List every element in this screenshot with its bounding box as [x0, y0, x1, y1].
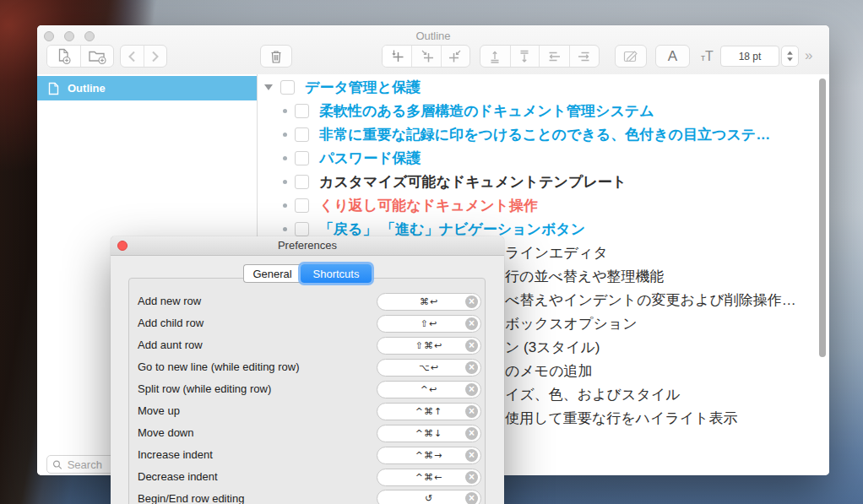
- clear-shortcut-button[interactable]: [465, 427, 478, 440]
- shortcut-field[interactable]: ⇧↩: [377, 315, 481, 333]
- bullet-icon: [283, 133, 287, 137]
- clear-shortcut-button[interactable]: [465, 471, 478, 484]
- forward-button[interactable]: [144, 46, 166, 67]
- outline-row[interactable]: カスタマイズ可能なドキュメントテンプレート: [283, 171, 627, 192]
- outline-row[interactable]: 行の並べ替えや整理機能: [505, 265, 665, 287]
- shortcut-label: Move down: [138, 426, 193, 439]
- outline-row[interactable]: データ管理と保護: [264, 76, 421, 98]
- outline-row-text[interactable]: ラインエディタ: [505, 243, 608, 263]
- shortcut-keys: ⇧↩: [421, 318, 437, 329]
- sidebar-item-outline[interactable]: Outline: [37, 76, 257, 100]
- font-size-value: 18 pt: [739, 51, 762, 62]
- back-button[interactable]: [121, 46, 144, 67]
- disclosure-triangle-icon[interactable]: [264, 84, 273, 90]
- outline-row[interactable]: 柔軟性のある多層構造のドキュメント管理システム: [283, 100, 654, 122]
- shortcut-label: Add child row: [138, 317, 204, 329]
- scrollbar-thumb[interactable]: [819, 79, 826, 357]
- bullet-icon: [283, 203, 287, 208]
- text-size-icon: тT: [701, 49, 714, 64]
- outline-row-text[interactable]: べ替えやインデントの変更および削除操作…: [505, 290, 796, 310]
- add-row-segmented-control: [382, 45, 470, 68]
- font-panel-button[interactable]: A: [655, 45, 690, 68]
- outline-row[interactable]: べ替えやインデントの変更および削除操作…: [505, 289, 796, 311]
- add-child-row-button[interactable]: [411, 46, 440, 67]
- clear-shortcut-button[interactable]: [465, 492, 478, 504]
- outline-row[interactable]: 非常に重要な記録に印をつけることのできる、色付きの目立つステ…: [283, 123, 770, 145]
- note-editor-button[interactable]: [615, 45, 647, 68]
- outdent-icon: [546, 49, 562, 64]
- shortcut-keys: ^↩: [421, 384, 437, 395]
- row-checkbox[interactable]: [295, 151, 309, 165]
- decrease-indent-button[interactable]: [539, 46, 569, 67]
- edit-note-icon: [622, 49, 639, 64]
- main-window-titlebar: Outline: [37, 25, 829, 75]
- new-folder-button[interactable]: [80, 46, 113, 67]
- outline-row-text[interactable]: ボックスオプション: [505, 314, 638, 333]
- tab-general[interactable]: General: [243, 264, 301, 283]
- add-child-row-icon: [419, 48, 435, 64]
- outline-row-text[interactable]: カスタマイズ可能なドキュメントテンプレート: [319, 172, 627, 192]
- add-aunt-row-button[interactable]: [441, 46, 469, 67]
- row-checkbox[interactable]: [295, 198, 309, 213]
- shortcut-label: Add aunt row: [138, 339, 203, 351]
- outline-row-text[interactable]: のメモの追加: [505, 361, 593, 381]
- shortcut-field[interactable]: ^⌘↑: [377, 403, 481, 420]
- move-up-button[interactable]: [480, 46, 510, 67]
- shortcut-field[interactable]: ^⌘→: [377, 447, 481, 464]
- outline-row[interactable]: ボックスオプション: [505, 312, 638, 334]
- outline-row-text[interactable]: パスワード保護: [319, 149, 421, 168]
- outline-row-text[interactable]: 非常に重要な記録に印をつけることのできる、色付きの目立つステ…: [319, 125, 770, 144]
- shortcut-field[interactable]: ⌥↩: [377, 359, 481, 377]
- toolbar-overflow-button[interactable]: »: [805, 47, 811, 64]
- row-checkbox[interactable]: [295, 175, 309, 189]
- clear-shortcut-button[interactable]: [465, 317, 478, 330]
- arrange-segmented-control: [480, 45, 600, 68]
- shortcut-field[interactable]: ⇧⌘↩: [377, 337, 481, 355]
- delete-button[interactable]: [260, 45, 292, 68]
- outline-row[interactable]: のメモの追加: [505, 360, 593, 382]
- outline-row[interactable]: ラインエディタ: [505, 241, 608, 263]
- outline-row[interactable]: 使用して重要な行をハイライト表示: [505, 407, 738, 429]
- shortcut-field[interactable]: ⌘↩: [377, 293, 481, 311]
- outline-row[interactable]: イズ、色、およびスタイル: [505, 383, 681, 405]
- row-checkbox[interactable]: [295, 104, 309, 118]
- row-checkbox[interactable]: [295, 127, 309, 142]
- outline-row-text[interactable]: 柔軟性のある多層構造のドキュメント管理システム: [319, 101, 654, 121]
- outline-row[interactable]: くり返し可能なドキュメント操作: [283, 194, 538, 216]
- outline-row-text[interactable]: データ管理と保護: [305, 78, 421, 97]
- row-checkbox[interactable]: [295, 222, 309, 236]
- bullet-icon: [283, 180, 287, 184]
- chevron-left-icon: [128, 51, 136, 62]
- tab-shortcuts[interactable]: Shortcuts: [301, 264, 372, 283]
- clear-shortcut-button[interactable]: [465, 405, 478, 418]
- font-size-stepper[interactable]: [781, 46, 799, 67]
- outline-row[interactable]: パスワード保護: [283, 147, 421, 169]
- move-down-button[interactable]: [510, 46, 540, 67]
- font-size-field[interactable]: 18 pt: [720, 46, 779, 67]
- navigation-segmented-control: [120, 45, 167, 68]
- increase-indent-button[interactable]: [569, 46, 600, 67]
- shortcut-field[interactable]: ^↩: [377, 381, 481, 398]
- shortcut-field[interactable]: ↺: [377, 490, 481, 504]
- outline-row[interactable]: ン (3スタイル): [505, 336, 600, 358]
- new-document-button[interactable]: [47, 46, 80, 67]
- add-row-button[interactable]: [383, 46, 411, 67]
- row-checkbox[interactable]: [280, 80, 295, 95]
- clear-shortcut-button[interactable]: [465, 449, 478, 462]
- outline-row-text[interactable]: イズ、色、およびスタイル: [505, 385, 681, 404]
- outline-row-text[interactable]: 使用して重要な行をハイライト表示: [505, 409, 738, 428]
- shortcut-field[interactable]: ^⌘↓: [377, 425, 481, 442]
- clear-shortcut-button[interactable]: [465, 295, 478, 308]
- clear-shortcut-button[interactable]: [465, 383, 478, 396]
- shortcut-field[interactable]: ^⌘←: [377, 469, 481, 486]
- outline-row-text[interactable]: くり返し可能なドキュメント操作: [319, 196, 538, 215]
- shortcut-keys: ^⌘↓: [415, 428, 442, 439]
- stepper-arrows-icon: [786, 50, 794, 62]
- clear-shortcut-button[interactable]: [465, 361, 478, 374]
- preferences-titlebar: Preferences: [111, 236, 504, 256]
- shortcut-keys: ⌘↩: [420, 296, 438, 307]
- clear-shortcut-button[interactable]: [465, 339, 478, 352]
- outline-row-text[interactable]: 行の並べ替えや整理機能: [505, 267, 665, 286]
- indent-icon: [577, 49, 592, 64]
- outline-row-text[interactable]: ン (3スタイル): [505, 338, 600, 357]
